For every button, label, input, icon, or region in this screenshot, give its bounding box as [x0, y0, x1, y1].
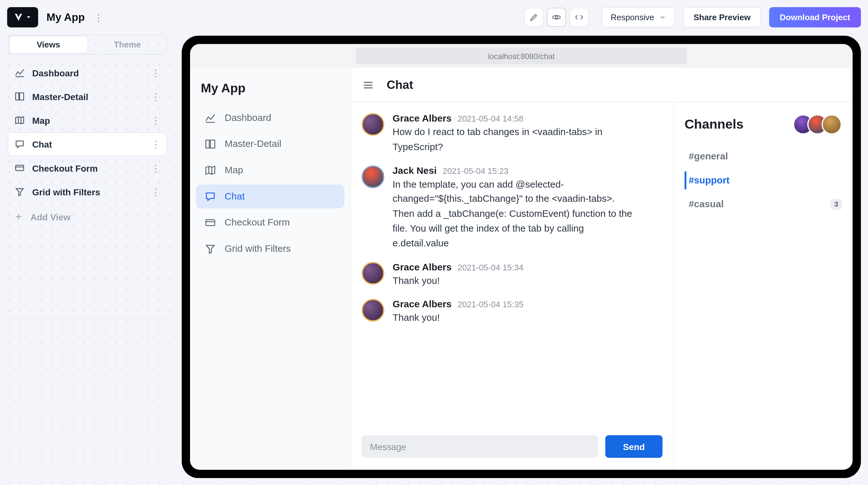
message-text: How do I react to tab changes in <vaadin… — [393, 125, 637, 155]
message: Grace Albers2021-05-04 14:58How do I rea… — [362, 113, 662, 155]
mode-toggle-group — [524, 8, 588, 27]
view-row-master-detail[interactable]: Master-Detail⋮ — [8, 85, 167, 108]
filter-icon — [205, 243, 216, 255]
send-button[interactable]: Send — [606, 435, 662, 458]
app-sidebar: My App DashboardMaster-DetailMapChatChec… — [190, 68, 351, 470]
message-time: 2021-05-04 15:34 — [458, 262, 523, 272]
preview-mode-button[interactable] — [547, 8, 566, 27]
channel-label: #support — [689, 175, 730, 186]
app-header: Chat — [351, 68, 852, 103]
responsive-label: Responsive — [611, 12, 654, 22]
views-theme-tabs: Views Theme — [8, 35, 167, 55]
url-bar: localhost:8080/chat — [190, 44, 852, 68]
sidebar-item-map[interactable]: Map — [196, 158, 344, 182]
sidebar-item-label: Chat — [225, 191, 245, 202]
compose-bar: Send — [351, 427, 673, 470]
sidebar-item-master-detail[interactable]: Master-Detail — [196, 132, 344, 156]
channel-label: #general — [689, 151, 728, 162]
share-preview-button[interactable]: Share Preview — [683, 7, 761, 27]
sidebar-item-label: Master-Detail — [225, 138, 281, 149]
menu-icon[interactable] — [362, 78, 375, 91]
detail-icon — [14, 91, 25, 102]
view-label: Chat — [32, 139, 144, 149]
view-label: Checkout Form — [32, 163, 144, 173]
view-kebab[interactable]: ⋮ — [151, 67, 160, 78]
view-row-map[interactable]: Map⋮ — [8, 108, 167, 132]
view-kebab[interactable]: ⋮ — [151, 186, 160, 197]
channel-general[interactable]: #general — [685, 148, 842, 165]
message-time: 2021-05-04 14:58 — [458, 114, 523, 123]
view-row-checkout-form[interactable]: Checkout Form⋮ — [8, 156, 167, 180]
avatar — [362, 165, 384, 188]
message: Grace Albers2021-05-04 15:34Thank you! — [362, 262, 662, 288]
view-kebab[interactable]: ⋮ — [151, 115, 160, 126]
app-title: My App — [46, 11, 85, 24]
channels-panel: Channels #general#support#casual3 — [674, 102, 852, 470]
responsive-select[interactable]: Responsive — [601, 7, 675, 27]
view-label: Dashboard — [32, 68, 144, 78]
message-author: Grace Albers — [393, 262, 452, 272]
sidebar-item-grid-with-filters[interactable]: Grid with Filters — [196, 237, 344, 261]
view-label: Map — [32, 115, 144, 125]
channel-casual[interactable]: #casual3 — [685, 195, 842, 213]
view-label: Master-Detail — [32, 91, 144, 102]
edit-mode-button[interactable] — [524, 8, 543, 27]
plus-icon — [14, 212, 24, 222]
avatar — [822, 114, 842, 134]
view-row-grid-with-filters[interactable]: Grid with Filters⋮ — [8, 180, 167, 204]
message-text: Thank you! — [393, 311, 637, 326]
left-divider — [8, 318, 167, 319]
participants-avatars — [793, 114, 842, 134]
view-label: Grid with Filters — [32, 187, 144, 197]
message-time: 2021-05-04 15:35 — [458, 300, 523, 309]
message-author: Jack Nesi — [393, 165, 437, 176]
tab-views[interactable]: Views — [9, 36, 88, 54]
sidebar-item-label: Dashboard — [225, 112, 271, 123]
view-row-chat[interactable]: Chat⋮ — [8, 132, 167, 156]
brand-menu[interactable] — [7, 7, 38, 27]
channel-support[interactable]: #support — [685, 172, 842, 190]
message-text: In the template, you can add @selected-c… — [393, 177, 637, 251]
views-list: Dashboard⋮Master-Detail⋮Map⋮Chat⋮Checkou… — [8, 61, 167, 203]
sidebar-item-label: Grid with Filters — [225, 244, 291, 254]
url-display: localhost:8080/chat — [356, 47, 687, 64]
channels-title: Channels — [685, 117, 744, 132]
view-kebab[interactable]: ⋮ — [151, 138, 160, 150]
tab-theme[interactable]: Theme — [89, 35, 166, 54]
sidebar-item-dashboard[interactable]: Dashboard — [196, 106, 344, 130]
message-author: Grace Albers — [393, 299, 452, 310]
view-row-dashboard[interactable]: Dashboard⋮ — [8, 61, 167, 84]
view-kebab[interactable]: ⋮ — [151, 162, 160, 173]
channel-badge: 3 — [831, 199, 842, 209]
view-kebab[interactable]: ⋮ — [151, 91, 160, 102]
detail-icon — [205, 138, 216, 150]
message-time: 2021-05-04 15:23 — [443, 166, 508, 175]
filter-icon — [14, 186, 25, 197]
app-menu-kebab[interactable]: ⋮ — [93, 11, 104, 23]
app-sidebar-title: My App — [196, 81, 344, 106]
channel-label: #casual — [689, 199, 724, 209]
card-icon — [14, 163, 25, 173]
chart-icon — [14, 67, 25, 78]
add-view-label: Add View — [31, 212, 71, 222]
message-author: Grace Albers — [393, 113, 452, 124]
code-mode-button[interactable] — [569, 8, 588, 27]
message: Jack Nesi2021-05-04 15:23In the template… — [362, 165, 662, 251]
message-list: Grace Albers2021-05-04 14:58How do I rea… — [351, 102, 673, 427]
map-icon — [14, 115, 25, 125]
device-frame: localhost:8080/chat My App DashboardMast… — [182, 36, 861, 478]
download-project-button[interactable]: Download Project — [769, 7, 861, 27]
avatar — [362, 113, 384, 136]
topbar: My App ⋮ Responsive Share Preview Downlo… — [0, 0, 868, 35]
preview-stage: localhost:8080/chat My App DashboardMast… — [175, 35, 868, 485]
card-icon — [205, 217, 216, 229]
chat-icon — [205, 191, 216, 202]
sidebar-item-checkout-form[interactable]: Checkout Form — [196, 211, 344, 234]
add-view-button[interactable]: Add View — [8, 205, 167, 228]
map-icon — [205, 164, 216, 176]
sidebar-item-label: Checkout Form — [225, 217, 290, 228]
message-input[interactable] — [362, 435, 598, 458]
message: Grace Albers2021-05-04 15:35Thank you! — [362, 299, 662, 326]
avatar — [362, 299, 384, 322]
sidebar-item-chat[interactable]: Chat — [196, 185, 344, 208]
